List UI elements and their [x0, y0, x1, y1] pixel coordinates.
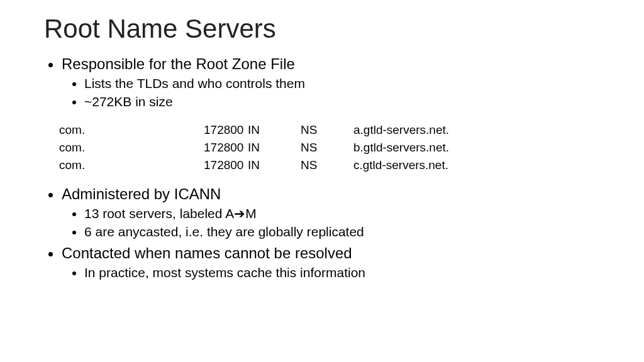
sub-bullet-item: 13 root servers, labeled A➔M [84, 205, 600, 222]
cell-class: IN [248, 139, 301, 156]
cell-value: a.gtld-servers.net. [353, 121, 449, 139]
cell-name: com. [59, 139, 204, 156]
table-row: com. 172800 IN NS c.gtld-servers.net. [59, 156, 449, 174]
cell-value: b.gtld-servers.net. [353, 139, 449, 156]
cell-type: NS [301, 121, 353, 139]
arrow-right-icon: ➔ [234, 206, 245, 221]
cell-type: NS [301, 139, 353, 156]
cell-name: com. [59, 121, 204, 139]
sub-bullet-list: 13 root servers, labeled A➔M 6 are anyca… [70, 205, 600, 241]
cell-type: NS [301, 156, 353, 174]
sub-bullet-item: In practice, most systems cache this inf… [84, 264, 600, 281]
bullet-list-2: Administered by ICANN 13 root servers, l… [48, 185, 600, 280]
bullet-list-1: Responsible for the Root Zone File Lists… [48, 55, 600, 110]
sub-bullet-item: ~272KB in size [84, 93, 600, 110]
bullet-text: Responsible for the Root Zone File [62, 55, 295, 72]
table-row: com. 172800 IN NS b.gtld-servers.net. [59, 139, 449, 156]
cell-value: c.gtld-servers.net. [353, 156, 449, 174]
cell-name: com. [59, 156, 204, 174]
cell-class: IN [248, 156, 301, 174]
bullet-item: Administered by ICANN 13 root servers, l… [62, 185, 600, 240]
cell-ttl: 172800 [204, 156, 248, 174]
zone-file-table: com. 172800 IN NS a.gtld-servers.net. co… [59, 121, 449, 174]
sub-bullet-item: Lists the TLDs and who controls them [84, 75, 600, 92]
label-pre: 13 root servers, labeled A [84, 206, 234, 221]
sub-bullet-list: Lists the TLDs and who controls them ~27… [70, 75, 600, 111]
bullet-item: Responsible for the Root Zone File Lists… [62, 55, 600, 110]
label-post: M [245, 206, 257, 221]
cell-ttl: 172800 [204, 121, 248, 139]
cell-class: IN [248, 121, 301, 139]
slide: Root Name Servers Responsible for the Ro… [0, 0, 644, 362]
slide-title: Root Name Servers [44, 14, 600, 44]
sub-bullet-list: In practice, most systems cache this inf… [70, 264, 600, 281]
table-row: com. 172800 IN NS a.gtld-servers.net. [59, 121, 449, 139]
sub-bullet-item: 6 are anycasted, i.e. they are globally … [84, 223, 600, 240]
cell-ttl: 172800 [204, 139, 248, 156]
bullet-text: Contacted when names cannot be resolved [62, 244, 352, 261]
bullet-item: Contacted when names cannot be resolved … [62, 244, 600, 281]
bullet-text: Administered by ICANN [62, 185, 221, 202]
